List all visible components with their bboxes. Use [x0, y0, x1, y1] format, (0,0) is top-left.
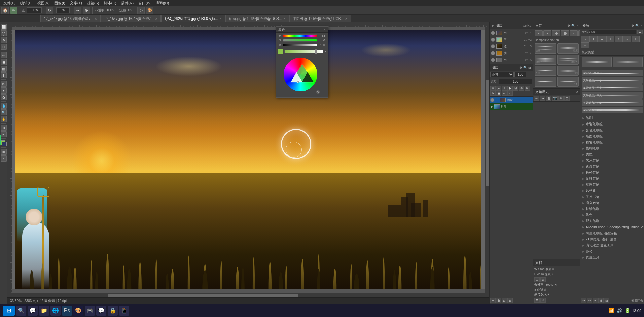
cat-item-sort[interactable]: ▶ 资源区分: [580, 254, 644, 260]
tool-eyedropper[interactable]: 💧: [1, 103, 7, 109]
history-config-btn[interactable]: ⚙: [575, 90, 578, 94]
layers-filter-btn[interactable]: 🔍: [523, 66, 527, 69]
vscroll-thumb[interactable]: [486, 80, 489, 186]
cat-item-mask[interactable]: ▶ 遮蔽笔刷: [580, 164, 644, 170]
layer-item-4[interactable]: 图 Ctrl+5: [490, 57, 532, 63]
stroke-item-5[interactable]: 实际笔力方向笔: [582, 99, 643, 106]
cat-item-formula[interactable]: ▶ 配方笔刷: [580, 218, 644, 224]
cat-item-vector[interactable]: ▶ 向量笔刷组 油画涂色: [580, 230, 644, 236]
stroke-item-2[interactable]: 实际笔压力大小: [582, 77, 643, 84]
layer-vis-0[interactable]: [491, 31, 495, 35]
fill-input[interactable]: [499, 79, 532, 84]
color-wheel[interactable]: [284, 58, 317, 91]
layer-tool-6[interactable]: ✥: [519, 86, 524, 91]
cat-item-evolve[interactable]: ▶ 演化法法 交互工具: [580, 242, 644, 248]
menu-file[interactable]: 文件(F): [1, 0, 17, 6]
layer-group-item[interactable]: ▶ 附件: [490, 103, 533, 110]
tool-vector-shape[interactable]: ▷: [1, 81, 7, 87]
size-input[interactable]: [589, 30, 636, 34]
history-clear-btn[interactable]: 🗑: [546, 96, 551, 101]
brush-preset-2[interactable]: 流压: [557, 43, 579, 54]
tool-select-circle[interactable]: ◯: [1, 30, 7, 36]
cat-item-pastel[interactable]: ▶ 粉彩笔刷组: [580, 139, 644, 145]
layer-delete-btn[interactable]: 🗑: [496, 298, 501, 303]
cat-item-brushes[interactable]: ▶ 笔刷: [580, 115, 644, 121]
tool-extra1[interactable]: ▦: [1, 149, 7, 155]
stroke-item-1[interactable]: 实际笔压力大小: [582, 70, 643, 76]
tool-warp[interactable]: ⊕: [83, 7, 90, 14]
menu-window[interactable]: 窗口(W): [136, 0, 154, 6]
canvas-area[interactable]: [12, 27, 485, 293]
brush-type-1[interactable]: [581, 36, 589, 42]
blend-mode-select[interactable]: 正常 正片叠底 滤色 叠加: [490, 72, 514, 77]
layer-merge-btn[interactable]: ⊡: [502, 298, 507, 303]
menu-plugin[interactable]: 插件(R): [119, 0, 136, 6]
size-up-btn[interactable]: ▲: [637, 30, 643, 34]
layer-active-vis[interactable]: [490, 98, 494, 102]
tool-zoom[interactable]: 🔍: [1, 109, 7, 115]
color-wheel-dot[interactable]: [297, 80, 300, 83]
brush-size-3[interactable]: [552, 30, 560, 36]
layer-tool-4[interactable]: ▶: [507, 86, 513, 91]
doc-settings-btn[interactable]: ⚙: [534, 298, 540, 303]
tab-3[interactable]: 油画.jpg @ 12.9%[动合成@ RGB... ×: [225, 15, 289, 22]
tool-home[interactable]: 🏠: [1, 7, 9, 14]
far-right-btn-2[interactable]: ↪: [587, 298, 592, 303]
far-right-btn-1[interactable]: ↩: [581, 298, 586, 303]
brush-type-6[interactable]: [623, 36, 631, 42]
menu-filter[interactable]: 滤镜(S): [85, 0, 101, 6]
tool-pan[interactable]: ✋: [1, 116, 7, 122]
tab-1-close[interactable]: ×: [155, 17, 157, 21]
layer-vis-2[interactable]: [491, 44, 495, 48]
color-panel-close[interactable]: ×: [324, 28, 326, 31]
brush-panel-header[interactable]: 画笔 ⚙ 🔍 ×: [533, 22, 580, 29]
tab-0-close[interactable]: ×: [95, 17, 97, 21]
tab-2[interactable]: QAQ_2925+主官.jpg @ 53.6%[动... ×: [161, 15, 225, 22]
brush-preset-8[interactable]: 了下: [557, 77, 579, 87]
cat-item-art[interactable]: ▶ 艺术笔刷: [580, 157, 644, 164]
history-panel-header[interactable]: 撤销历史 ⚙: [533, 89, 580, 95]
tool-brush[interactable]: ✏: [10, 7, 17, 14]
cat-item-21pcs[interactable]: ▶ 21件优先, 边渐, 油画: [580, 236, 644, 242]
tool-misc2[interactable]: ≡: [1, 131, 7, 137]
tool-extra2[interactable]: ≡: [1, 155, 7, 162]
tool-smart-patch[interactable]: ✿: [1, 94, 7, 100]
layer-tool-2[interactable]: 🖌: [496, 86, 501, 91]
cat-item-blur[interactable]: ▶ 模糊笔刷: [580, 145, 644, 151]
res-preset-1[interactable]: [582, 57, 612, 67]
taskbar-chat[interactable]: 💬: [28, 306, 38, 316]
bright-track[interactable]: [283, 44, 317, 46]
layer-tool-1[interactable]: ✏: [490, 86, 496, 91]
color-wheel-config[interactable]: ⊙: [316, 90, 320, 94]
layer-tool-3[interactable]: T: [502, 86, 507, 91]
layer-flatten-btn[interactable]: ▦: [507, 298, 513, 303]
tab-4-close[interactable]: ×: [345, 17, 347, 21]
layer-active-item[interactable]: 图层: [490, 97, 533, 103]
taskbar-search[interactable]: 🔍: [16, 306, 26, 316]
far-right-btn-5[interactable]: ⊡: [604, 298, 609, 303]
tool-brush-preset[interactable]: ▷: [137, 7, 145, 14]
history-extra1[interactable]: ⊕: [558, 96, 564, 101]
tray-network[interactable]: 📶: [608, 307, 614, 314]
tool-mirror[interactable]: ↔: [74, 7, 81, 14]
horizontal-scrollbar[interactable]: [12, 293, 489, 297]
color-panel-header[interactable]: 颜色 ×: [276, 27, 328, 33]
res-preset-2[interactable]: [613, 57, 643, 67]
doc-icon-2[interactable]: ⊕: [540, 277, 546, 282]
taskbar-game[interactable]: 🎮: [85, 306, 95, 316]
cat-item-calligraphy[interactable]: ▶ 了八书笔: [580, 194, 644, 200]
taskbar-phone[interactable]: 📱: [119, 306, 129, 316]
history-redo-btn[interactable]: ↪: [540, 96, 545, 101]
layer-tool-11[interactable]: ⎌: [507, 91, 513, 96]
resources-config[interactable]: ⚙: [631, 24, 634, 27]
color-slider-h[interactable]: [284, 50, 323, 53]
brush-size-4[interactable]: [561, 30, 569, 36]
cat-item-long-mirror[interactable]: ▶ 长镜笔刷: [580, 206, 644, 212]
brush-size-5[interactable]: [570, 30, 578, 36]
cat-item-stylize[interactable]: ▶ 风格化: [580, 188, 644, 194]
tool-transform[interactable]: ✥: [1, 37, 7, 43]
brush-preset-4[interactable]: 流压力: [557, 55, 579, 65]
layer-item-0[interactable]: 图 Ctrl+1: [490, 30, 532, 36]
menu-edit[interactable]: 编辑(E): [18, 0, 35, 6]
tool-brush-main[interactable]: ✏: [1, 52, 7, 58]
